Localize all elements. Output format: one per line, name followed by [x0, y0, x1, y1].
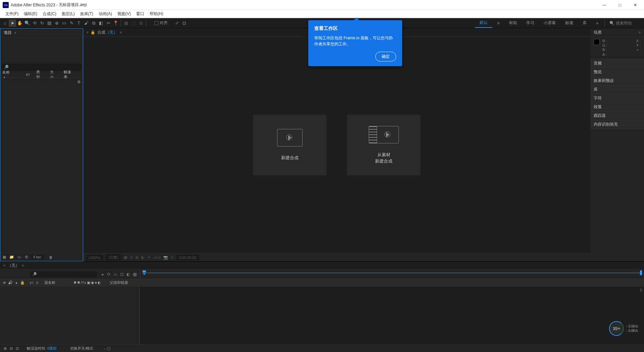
exposure-icon[interactable]: ☀	[147, 255, 151, 260]
project-items-list[interactable]: ⚙	[0, 78, 83, 253]
menu-effect[interactable]: 效果(T)	[77, 11, 96, 17]
menu-animation[interactable]: 动画(A)	[96, 11, 115, 17]
solo-col-icon[interactable]: ●	[14, 281, 19, 285]
toggle-modes-icon[interactable]: ⊟	[8, 346, 14, 351]
camera-tool[interactable]: ▧	[46, 19, 53, 27]
project-panel-tab[interactable]: 项目 ≡	[0, 29, 83, 37]
rotate-tool[interactable]: ↻	[38, 19, 46, 27]
panel-menu-icon[interactable]: ≡	[639, 31, 641, 34]
brush-tool[interactable]: 🖌	[83, 19, 90, 27]
menu-composition[interactable]: 合成(C)	[40, 11, 59, 17]
snap-toggle[interactable]: 对齐	[154, 20, 168, 26]
graph-editor-icon[interactable]: ▦	[133, 272, 137, 277]
interpret-icon[interactable]: ▦	[2, 255, 7, 260]
label-col-icon[interactable]: 🏷	[29, 281, 34, 285]
col-type[interactable]: 类型	[36, 70, 43, 80]
effects-panel[interactable]: 效果和预设	[590, 77, 644, 85]
pan-behind-tool[interactable]: ⊕	[53, 19, 60, 27]
timeline-zoom[interactable]: −	[103, 347, 110, 351]
menu-view[interactable]: 视图(V)	[115, 11, 133, 17]
network-monitor-widget[interactable]: 35% 0.5K/s 0.8K/s	[609, 321, 638, 336]
new-composition-button[interactable]: 新建合成	[253, 115, 327, 175]
workspace-review[interactable]: 审阅	[504, 18, 522, 28]
source-name-col[interactable]: 源名称	[44, 280, 55, 285]
flowchart-icon[interactable]: ⚙	[77, 80, 81, 84]
puppet-tool[interactable]: 📍	[112, 19, 119, 27]
timeline-tab-label[interactable]: （无）	[7, 263, 19, 268]
index-col-icon[interactable]: #	[35, 281, 40, 285]
zoom-dropdown[interactable]: (100%)	[86, 255, 103, 260]
toggle-switches-modes[interactable]: 切换开关/模式	[70, 346, 93, 351]
panel-menu-icon[interactable]: ≡	[120, 31, 122, 34]
motion-blur-icon[interactable]: ◐	[126, 272, 130, 277]
grid-icon[interactable]: ▦	[124, 255, 127, 260]
audio-col-icon[interactable]: 🔊	[8, 280, 13, 285]
window-minimize[interactable]: —	[602, 2, 607, 8]
menu-layer[interactable]: 图层(L)	[59, 11, 77, 17]
selection-tool[interactable]: ➤	[9, 19, 16, 27]
trash-icon[interactable]: 🗑	[48, 255, 53, 260]
paragraph-panel[interactable]: 段落	[590, 103, 644, 112]
lock-col-icon[interactable]: 🔒	[20, 280, 25, 285]
channel-icon[interactable]: ◐	[141, 255, 145, 260]
help-search-input[interactable]	[616, 21, 643, 26]
workspace-learn[interactable]: 学习	[522, 18, 539, 28]
menu-file[interactable]: 文件(F)	[3, 11, 21, 17]
mode-1-icon[interactable]: ▦	[122, 19, 130, 27]
new-comp-from-footage-button[interactable]: 从素材新建合成	[347, 115, 421, 175]
switches-col[interactable]: ✱✱/fx▣◉●◐	[73, 280, 102, 285]
mode-2-icon[interactable]: ⬚	[130, 19, 137, 27]
help-search[interactable]: 🔍	[609, 21, 643, 26]
roto-tool[interactable]: ✂	[105, 19, 112, 27]
zoom-slider[interactable]	[107, 347, 110, 350]
preview-panel[interactable]: 预览	[590, 68, 644, 77]
show-snapshot-icon[interactable]: ⊙	[171, 255, 174, 260]
color-depth[interactable]: 8 bpc	[31, 255, 43, 259]
tracker-panel[interactable]: 跟踪器	[590, 112, 644, 120]
col-fps[interactable]: 帧速率	[64, 70, 74, 80]
zoom-out-icon[interactable]: −	[103, 347, 105, 351]
mode-3-icon[interactable]: ⊞	[137, 19, 145, 27]
comp-mini-icon[interactable]: ▸	[102, 272, 104, 277]
settings-icon[interactable]: ⚙	[24, 255, 29, 260]
clone-tool[interactable]: ⧉	[90, 19, 97, 27]
work-area-end[interactable]	[640, 270, 642, 275]
col-tag-icon[interactable]: 🏷	[26, 73, 30, 77]
tooltip-ok-button[interactable]: 确定	[375, 52, 396, 61]
workspace-standard[interactable]: 标准	[560, 18, 578, 28]
timeline-track-area[interactable]: ⥮	[140, 287, 644, 345]
shy-icon[interactable]: ⟳	[107, 272, 111, 277]
comp-tab-lock-icon[interactable]: 🔒	[91, 30, 95, 35]
timecode[interactable]: 0:00:00:00	[176, 255, 199, 260]
snapshot-icon[interactable]: 📷	[163, 255, 168, 260]
new-folder-icon[interactable]: 📁	[9, 255, 14, 260]
type-tool[interactable]: T	[75, 19, 83, 27]
menu-window[interactable]: 窗口	[133, 11, 147, 17]
region-icon[interactable]: ⊞	[136, 255, 139, 260]
parent-col[interactable]: 父级和链接	[110, 280, 128, 285]
panel-menu-icon[interactable]: ≡	[14, 31, 16, 35]
timeline-search[interactable]: 🔎	[30, 271, 97, 277]
timeline-tab-close-icon[interactable]: ×	[3, 264, 5, 267]
timeline-layer-list[interactable]	[0, 287, 140, 345]
window-maximize[interactable]: □	[617, 2, 623, 8]
workspace-default[interactable]: 默认	[475, 18, 492, 28]
info-panel-tab[interactable]: 信息 ≡	[590, 28, 644, 37]
menu-help[interactable]: 帮助(H)	[147, 11, 166, 17]
new-comp-icon[interactable]: ▭	[16, 255, 22, 260]
workspace-small[interactable]: 小屏幕	[539, 18, 560, 28]
draft3d-icon[interactable]: ▭	[113, 272, 117, 277]
snap-opt-2-icon[interactable]: ⊡	[180, 19, 188, 27]
resolution-dropdown[interactable]: (完整)	[106, 254, 121, 261]
toggle-switches-icon[interactable]: ⊞	[2, 346, 8, 351]
workspace-default-menu[interactable]: ≡	[492, 18, 504, 28]
mask-icon[interactable]: ⊡	[130, 255, 133, 260]
snap-opt-1-icon[interactable]: ⤢	[173, 19, 180, 27]
orbit-tool[interactable]: ⟲	[31, 19, 38, 27]
zoom-tool[interactable]: 🔍	[23, 19, 31, 27]
workspace-more[interactable]: »	[591, 18, 603, 28]
home-tool[interactable]: ⌂	[1, 19, 9, 27]
rect-tool[interactable]: ▭	[60, 19, 68, 27]
toggle-in-out-icon[interactable]: ⊡	[14, 346, 20, 351]
workspace-library[interactable]: 库	[578, 18, 591, 28]
